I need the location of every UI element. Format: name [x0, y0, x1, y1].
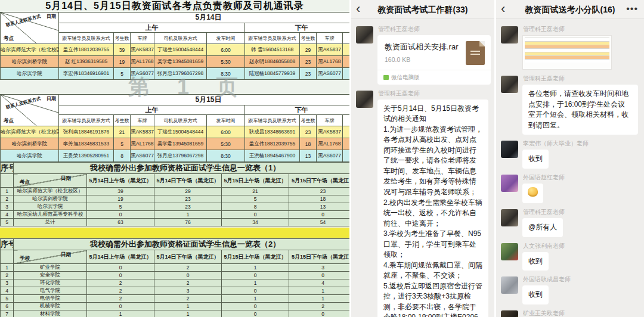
- text-message-bubble[interactable]: @所有人: [522, 218, 563, 237]
- table-cell: 黑AK5837: [317, 126, 343, 138]
- text-message-bubble[interactable]: 关于5月14日、5月15日教资考试的相关通知 1.为进一步规范教资考试管理，各考…: [377, 100, 488, 317]
- count-cell: 4: [1, 211, 14, 219]
- school-cell: 电气学院: [14, 287, 87, 295]
- table-row: 哈尔滨学院王贵荣139052809518黑AS6077张月忠1379606729…: [1, 150, 350, 162]
- avatar[interactable]: [501, 175, 518, 192]
- chat-header: ‹ 教资面试考试工作群(33): [351, 0, 494, 19]
- table-cell: 5:30: [207, 56, 245, 68]
- count-cell: 0: [222, 272, 289, 279]
- venue-cell: 哈尔滨剑桥学院: [1, 56, 59, 68]
- clipped-column-cell: [343, 44, 350, 56]
- column-header-cell: 车牌: [131, 115, 154, 126]
- sender-name: 李宏伟（师大毕业）老师: [523, 139, 638, 148]
- count-cell: 5: [222, 195, 289, 203]
- file-attachment-card[interactable]: 教资面试相关安排.rar160.0 KB微信电脑版: [377, 35, 491, 85]
- table-cell: 黑AS6077: [317, 150, 343, 162]
- count-cell: 1: [1, 188, 14, 195]
- column-header-cell: 车牌: [317, 115, 343, 126]
- table-cell: 王贵荣13905280951: [59, 150, 114, 162]
- count-cell: 1: [1, 264, 14, 272]
- clipped-column-cell: [343, 115, 350, 126]
- student-count-table-1: 序号我校确需外出参加教师资格证面试学生信息一览表（1）日期考点5月14日上午场（…: [0, 162, 349, 226]
- avatar[interactable]: [501, 141, 518, 158]
- back-icon[interactable]: ‹: [356, 0, 360, 18]
- count-cell: 1: [154, 310, 222, 317]
- count-cell: 1: [87, 310, 154, 317]
- avatar[interactable]: [501, 209, 518, 226]
- count-cell: 76: [154, 219, 222, 226]
- column-header-cell: 跟车辅导员及联系方式: [59, 33, 114, 44]
- table-cell: 18: [300, 138, 317, 150]
- count-cell: 5: [1, 219, 14, 226]
- clipped-column-cell: [343, 56, 350, 68]
- school-cell: 矿业学院: [14, 264, 87, 272]
- avatar[interactable]: [356, 91, 373, 108]
- date-header-cell: 5月14日: [59, 13, 350, 23]
- table-row: 4哈尔滨幼儿师范高等专科学校0100: [1, 211, 350, 219]
- count-cell: 2: [289, 303, 350, 310]
- count-cell: 2: [87, 295, 154, 303]
- chat-header: ‹ 教资面试送考小分队(16) •••: [496, 0, 644, 19]
- table-cell: 19: [114, 56, 131, 68]
- sender-name: 管理科王磊老师: [523, 74, 638, 83]
- corner-venue-label: 考点: [4, 35, 14, 42]
- chat-title: 教资面试送考小分队(16): [496, 0, 644, 19]
- count-cell: 1: [222, 295, 289, 303]
- column-header-cell: 考生数: [300, 115, 317, 126]
- column-header-cell: 跟车辅导员及联系方式: [245, 33, 300, 44]
- back-icon[interactable]: ‹: [501, 0, 505, 18]
- table-row: 4电气学院2301: [1, 287, 350, 295]
- chat-message: 外国语耿成昌老师收到: [496, 272, 644, 306]
- venue-cell: 哈尔滨学院: [1, 68, 59, 80]
- count-cell: 13: [289, 203, 350, 211]
- avatar[interactable]: [501, 243, 518, 260]
- avatar[interactable]: [501, 26, 518, 43]
- table-row: 哈尔滨剑桥学院赵 红1393631958519黑AL1768吴学君1394508…: [1, 56, 350, 68]
- sender-name: 管理科王磊老师: [378, 25, 488, 33]
- column-header-cell: 考生数: [300, 33, 317, 44]
- table-row: 1矿业学院0213: [1, 264, 350, 272]
- table-row: 6机械学院0102: [1, 303, 350, 310]
- emoji-message-bubble[interactable]: [522, 184, 543, 204]
- avatar[interactable]: [356, 26, 373, 43]
- table-row: 1哈尔滨师范大学（松北校区）39292123: [1, 188, 350, 195]
- table-cell: 李宏伟18346916901: [59, 68, 114, 80]
- school-cell: 哈尔滨幼儿师范高等专科学校: [14, 211, 87, 219]
- morning-header-cell: 上午: [59, 23, 245, 33]
- text-message-bubble[interactable]: 收到: [522, 150, 549, 169]
- count-cell: 1: [154, 211, 222, 219]
- more-menu-icon[interactable]: •••: [626, 0, 638, 18]
- column-header-cell: 跟车辅导员及联系方式: [59, 115, 114, 126]
- text-message-bubble[interactable]: 收到: [522, 285, 549, 304]
- chat-message: 管理科王磊老师关于5月14日、5月15日教资考试的相关通知 1.为进一步规范教资…: [351, 86, 494, 317]
- count-cell: 23: [154, 195, 222, 203]
- table-row: 2哈尔滨剑桥学院1923518: [1, 195, 350, 203]
- text-message-bubble[interactable]: 各位老师，请查收发车时间和地点安排，于16:00到学生处会议室开个短会、领取相关…: [522, 85, 638, 135]
- table-cell: 6:00: [207, 44, 245, 56]
- avatar[interactable]: [501, 310, 518, 317]
- student-table: 序号我校确需外出参加教师资格证面试学生信息一览表（1）日期考点5月14日上午场（…: [0, 162, 349, 226]
- count-cell: 29: [154, 188, 222, 195]
- index-header-cell: 序号: [1, 239, 14, 250]
- sender-name: 管理科王磊老师: [523, 25, 638, 33]
- chat-message: 管理科王磊老师: [496, 21, 644, 71]
- count-cell: 3: [1, 279, 14, 287]
- school-cell: 哈尔滨剑桥学院: [14, 195, 87, 203]
- avatar[interactable]: [501, 276, 518, 294]
- table-cell: 韩 雪15604513168: [245, 44, 300, 56]
- count-cell: 3: [154, 287, 222, 295]
- column-header-cell: 司机及联系方式: [154, 33, 207, 44]
- table-cell: 王洪楠18945467900: [245, 150, 300, 162]
- column-header-cell: 5月15日下午场（黑龙江）: [289, 174, 350, 188]
- sender-name: 外国语耿成昌老师: [523, 275, 638, 284]
- count-cell: 2: [154, 264, 222, 272]
- count-cell: 4: [289, 279, 350, 287]
- text-message-bubble[interactable]: 收到: [522, 252, 549, 271]
- student-table-title: 我校确需外出参加教师资格证面试学生信息一览表（2）: [14, 239, 350, 250]
- column-header-cell: 车牌: [317, 33, 343, 44]
- table-cell: 黑AK5837: [131, 44, 154, 56]
- count-cell: 7: [1, 310, 14, 317]
- image-attachment-spreadsheet[interactable]: [522, 35, 612, 70]
- column-header-cell: 5月14日下午场（黑龙江）: [154, 250, 222, 264]
- avatar[interactable]: [501, 76, 518, 93]
